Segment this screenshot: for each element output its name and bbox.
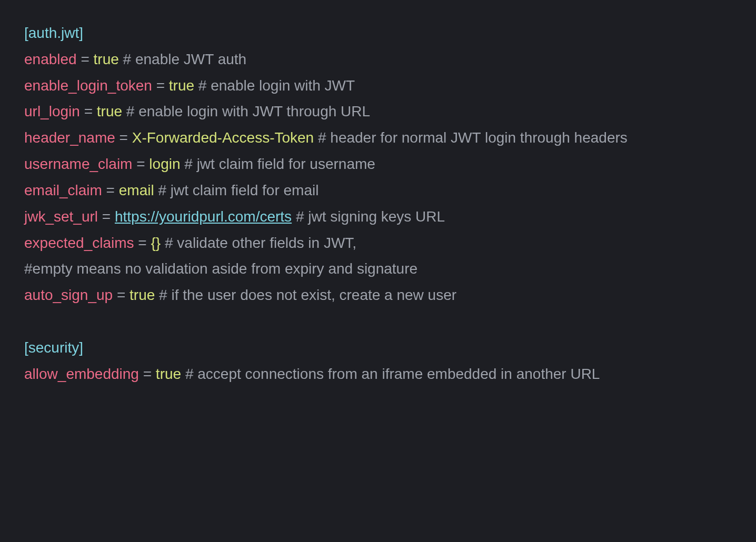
config-line-enabled: enabled = true # enable JWT auth	[24, 46, 732, 73]
config-value: true	[97, 103, 126, 119]
config-comment: # accept connections from an iframe embe…	[181, 366, 600, 382]
config-comment: # enable JWT auth	[119, 51, 246, 67]
section-header-auth-jwt: [auth.jwt]	[24, 20, 732, 46]
config-comment: # enable login with JWT through URL	[126, 103, 370, 119]
config-op: =	[139, 366, 156, 382]
config-code-block: [auth.jwt] enabled = true # enable JWT a…	[0, 0, 756, 542]
config-key: auto_sign_up	[24, 287, 113, 303]
config-comment: # jwt claim field for email	[154, 182, 319, 198]
blank-line	[24, 308, 732, 335]
config-line-email-claim: email_claim = email # jwt claim field fo…	[24, 177, 732, 204]
config-line-username-claim: username_claim = login # jwt claim field…	[24, 151, 732, 177]
config-line-expected-claims: expected_claims = {} # validate other fi…	[24, 230, 732, 256]
config-key: header_name	[24, 129, 115, 146]
config-comment: # enable login with JWT	[194, 77, 355, 94]
config-op: =	[132, 156, 149, 172]
config-key: url_login	[24, 103, 80, 119]
config-line-enable-login-token: enable_login_token = true # enable login…	[24, 73, 732, 99]
config-op: =	[102, 182, 119, 198]
section-header-security: [security]	[24, 335, 732, 361]
config-comment: # header for normal JWT login through he…	[314, 129, 628, 146]
config-comment: # if the user does not exist, create a n…	[155, 287, 456, 303]
config-key: expected_claims	[24, 235, 134, 251]
config-key: enable_login_token	[24, 77, 152, 94]
config-line-header-name: header_name = X-Forwarded-Access-Token #…	[24, 125, 732, 151]
config-op: =	[98, 208, 115, 225]
config-op: =	[152, 77, 169, 94]
config-line-allow-embedding: allow_embedding = true # accept connecti…	[24, 361, 732, 387]
config-key: enabled	[24, 51, 77, 67]
config-line-jwk-set-url: jwk_set_url = https://youridpurl.com/cer…	[24, 204, 732, 230]
config-comment: # validate other fields in JWT,	[161, 235, 356, 251]
section-header-text: [security]	[24, 339, 83, 356]
config-value: login	[149, 156, 180, 172]
config-value: true	[169, 77, 194, 94]
config-comment: # jwt claim field for username	[181, 156, 375, 172]
config-key: allow_embedding	[24, 366, 139, 382]
config-op: =	[80, 103, 97, 119]
config-value: X-Forwarded-Access-Token	[132, 129, 314, 146]
config-comment: #empty means no validation aside from ex…	[24, 260, 417, 277]
config-comment: # jwt signing keys URL	[292, 208, 445, 225]
config-value: email	[119, 182, 154, 198]
config-op: =	[77, 51, 94, 67]
config-op: =	[113, 287, 130, 303]
config-line-expected-claims-note: #empty means no validation aside from ex…	[24, 256, 732, 282]
config-op: =	[115, 129, 132, 146]
config-key: username_claim	[24, 156, 132, 172]
config-key: jwk_set_url	[24, 208, 98, 225]
config-value: true	[156, 366, 181, 382]
config-value: {}	[151, 235, 161, 251]
section-header-text: [auth.jwt]	[24, 25, 83, 41]
config-line-url-login: url_login = true # enable login with JWT…	[24, 98, 732, 125]
config-key: email_claim	[24, 182, 102, 198]
config-value: true	[94, 51, 119, 67]
config-op: =	[134, 235, 151, 251]
config-line-auto-sign-up: auto_sign_up = true # if the user does n…	[24, 282, 732, 308]
jwk-set-url-link[interactable]: https://youridpurl.com/certs	[115, 208, 292, 225]
config-value: true	[130, 287, 155, 303]
